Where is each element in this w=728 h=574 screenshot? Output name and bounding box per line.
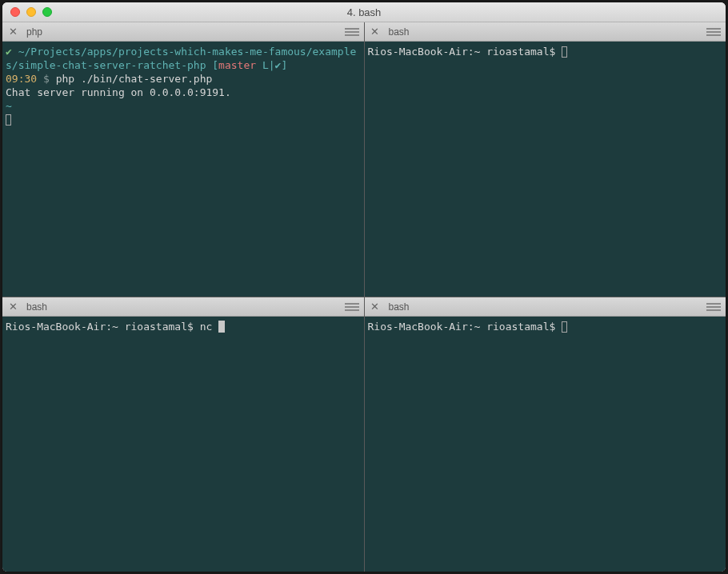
cursor-icon [218, 321, 225, 333]
terminal-content[interactable]: Rios-MacBook-Air:~ rioastamal$ nc [2, 317, 364, 572]
cursor-icon [562, 46, 567, 58]
tab-label[interactable]: bash [389, 26, 410, 38]
panes-grid: ✕ php ✔ ~/Projects/apps/projects-which-m… [2, 22, 726, 572]
tab-close-icon[interactable]: ✕ [7, 26, 18, 38]
tab-bar: ✕ bash [365, 297, 726, 317]
terminal-content[interactable]: Rios-MacBook-Air:~ rioastamal$ [365, 42, 726, 297]
tab-label[interactable]: bash [389, 301, 410, 313]
tab-bar: ✕ bash [2, 297, 364, 317]
terminal-window: 4. bash ✕ php ✔ ~/Projects/apps/projects… [2, 2, 726, 572]
tab-bar: ✕ bash [365, 22, 726, 42]
output-line: Chat server running on 0.0.0.0:9191. [6, 86, 231, 98]
prompt-text: Rios-MacBook-Air:~ rioastamal$ [368, 46, 556, 58]
tab-label[interactable]: bash [26, 301, 47, 313]
command-text: php ./bin/chat-server.php [56, 73, 213, 85]
prompt-check-icon: ✔ [6, 46, 12, 58]
git-status: L|✔ [256, 59, 281, 71]
window-title: 4. bash [2, 6, 726, 18]
hamburger-icon[interactable] [706, 301, 721, 313]
bracket-close: ] [281, 59, 287, 71]
prompt-symbol: $ [43, 73, 50, 85]
prompt-path: ~/Projects/apps/projects-which-makes-me-… [6, 46, 356, 71]
pane-bottom-left[interactable]: ✕ bash Rios-MacBook-Air:~ rioastamal$ nc [2, 297, 364, 572]
pane-top-left[interactable]: ✕ php ✔ ~/Projects/apps/projects-which-m… [2, 22, 364, 297]
close-icon[interactable] [10, 7, 20, 17]
tilde-line: ~ [6, 100, 12, 112]
terminal-content[interactable]: Rios-MacBook-Air:~ rioastamal$ [365, 317, 726, 572]
tab-close-icon[interactable]: ✕ [7, 301, 18, 313]
traffic-lights [2, 7, 52, 17]
cursor-icon [562, 321, 567, 333]
titlebar[interactable]: 4. bash [2, 2, 726, 22]
minimize-icon[interactable] [26, 7, 36, 17]
tab-close-icon[interactable]: ✕ [370, 301, 381, 313]
tab-close-icon[interactable]: ✕ [370, 26, 381, 38]
git-branch: master [218, 59, 256, 71]
maximize-icon[interactable] [42, 7, 52, 17]
bracket-open: [ [212, 59, 218, 71]
hamburger-icon[interactable] [706, 26, 721, 38]
prompt-text: Rios-MacBook-Air:~ rioastamal$ [368, 321, 556, 333]
tab-label[interactable]: php [26, 26, 42, 38]
tab-bar: ✕ php [2, 22, 364, 42]
prompt-time: 09:30 [6, 73, 37, 85]
hamburger-icon[interactable] [345, 26, 359, 38]
command-text: nc [200, 321, 213, 333]
hamburger-icon[interactable] [345, 301, 359, 313]
pane-bottom-right[interactable]: ✕ bash Rios-MacBook-Air:~ rioastamal$ [365, 297, 726, 572]
prompt-text: Rios-MacBook-Air:~ rioastamal$ [6, 321, 194, 333]
pane-top-right[interactable]: ✕ bash Rios-MacBook-Air:~ rioastamal$ [365, 22, 726, 297]
terminal-content[interactable]: ✔ ~/Projects/apps/projects-which-makes-m… [2, 42, 364, 297]
cursor-icon [6, 114, 11, 126]
